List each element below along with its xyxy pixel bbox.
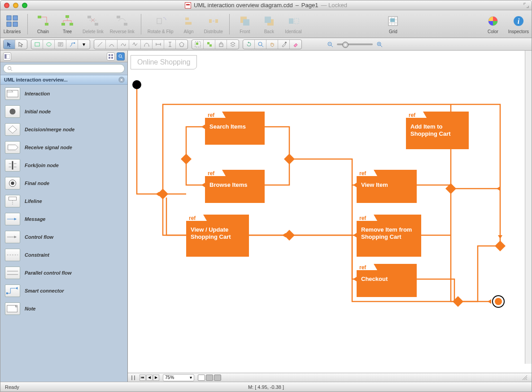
layers-tool[interactable] (227, 40, 239, 49)
shape-item[interactable]: Constraint (0, 246, 127, 264)
fullscreen-icon[interactable] (523, 3, 529, 8)
zoom-percent[interactable]: 75%▾ (163, 374, 194, 381)
close-library-icon[interactable]: × (118, 77, 125, 83)
merge-node[interactable] (495, 241, 506, 251)
shape-item[interactable]: Smart connector (0, 282, 127, 300)
shape-item[interactable]: Message (0, 210, 127, 228)
merge-node[interactable] (284, 154, 295, 164)
reverse-link-button[interactable]: Reverse link (110, 14, 135, 34)
eraser-tool[interactable] (290, 40, 301, 49)
page-tabs[interactable] (198, 375, 221, 381)
shape-item[interactable]: Parallel control flow (0, 264, 127, 282)
interaction-ref[interactable]: refAdd Item toShopping Cart (406, 112, 469, 149)
dimension-v-tool[interactable] (164, 40, 176, 49)
shape-item[interactable]: Fork/join node (0, 156, 127, 174)
connector-tool[interactable] (66, 40, 78, 49)
distribute-button[interactable]: Distribute (204, 14, 223, 34)
rotate-flip-button[interactable]: Rotate & Flip (148, 14, 174, 34)
toolbar-label: Libraries (4, 29, 21, 34)
shape-item[interactable]: Decision/merge node (0, 121, 127, 138)
zoom-out-icon[interactable] (327, 41, 333, 47)
vertical-scrollbar[interactable] (525, 51, 532, 364)
polyline-tool[interactable] (129, 40, 141, 49)
ellipse-tool[interactable] (43, 40, 55, 49)
zoom-in-icon[interactable] (376, 41, 383, 47)
interaction-ref[interactable]: refView / UpdateShopping Cart (186, 215, 249, 257)
library-group-header[interactable]: UML interaction overview... × (0, 75, 127, 85)
panel-toggle-icon[interactable] (3, 52, 11, 60)
tree-button[interactable]: Tree (58, 14, 76, 34)
prev-page-button[interactable]: ◀ (146, 375, 153, 381)
svg-rect-44 (109, 54, 110, 56)
grid-button[interactable]: Grid (384, 14, 402, 34)
first-page-button[interactable]: ⏮ (140, 375, 146, 381)
zoom-button[interactable] (22, 3, 27, 8)
interaction-ref[interactable]: refView Item (357, 170, 417, 203)
shape-item[interactable]: Final node (0, 174, 127, 192)
shape-item[interactable]: Lifeline (0, 192, 127, 210)
bezier-tool[interactable] (141, 40, 153, 49)
minimize-button[interactable] (13, 3, 18, 8)
svg-rect-10 (95, 23, 98, 26)
shape-item[interactable]: Receive signal node (0, 138, 127, 156)
zoom-track[interactable] (337, 43, 373, 45)
svg-text:Shopping Cart: Shopping Cart (191, 233, 231, 240)
shape-item[interactable]: Initial node (0, 103, 127, 121)
zoom-slider[interactable] (327, 41, 383, 47)
zoom-tool[interactable] (255, 40, 266, 49)
shape-label: Interaction (25, 91, 50, 96)
shape-thumb-icon (5, 213, 20, 225)
initial-node[interactable] (132, 80, 141, 89)
interaction-ref[interactable]: refSearch Items (205, 112, 265, 145)
search-input[interactable] (15, 66, 121, 71)
page-tab-1[interactable] (198, 375, 205, 381)
interaction-ref[interactable]: refBrowse Items (205, 170, 265, 203)
refresh-tool[interactable] (243, 40, 255, 49)
hand-tool[interactable] (266, 40, 278, 49)
close-button[interactable] (4, 3, 9, 8)
polygon-tool[interactable] (176, 40, 188, 49)
group-tool[interactable] (192, 40, 204, 49)
shape-item[interactable]: Control flow (0, 228, 127, 246)
interaction-ref[interactable]: refRemove Item fromShopping Cart (357, 215, 421, 257)
diagram-canvas[interactable]: Online Shopping (128, 51, 532, 373)
svg-rect-9 (87, 16, 91, 18)
front-button[interactable]: Front (236, 14, 254, 34)
rect-tool[interactable] (31, 40, 43, 49)
line-tool[interactable] (94, 40, 106, 49)
lock-tool[interactable] (215, 40, 227, 49)
library-search[interactable] (3, 64, 125, 73)
identical-button[interactable]: Identical (284, 14, 302, 34)
spline-tool[interactable] (118, 40, 129, 49)
ungroup-tool[interactable] (204, 40, 215, 49)
back-button[interactable]: Back (260, 14, 278, 34)
next-page-button[interactable]: ▶ (153, 375, 159, 381)
arc-tool[interactable] (106, 40, 118, 49)
shape-item[interactable]: Note (0, 300, 127, 318)
page-tab-add[interactable] (206, 375, 213, 381)
color-button[interactable]: Color (484, 14, 502, 34)
libraries-button[interactable]: Libraries (3, 14, 21, 34)
interaction-ref[interactable]: refCheckout (357, 264, 417, 297)
chain-button[interactable]: Chain (34, 14, 52, 34)
page-tab-add2[interactable] (214, 375, 221, 381)
search-view-icon[interactable] (117, 52, 125, 60)
dimension-h-tool[interactable] (153, 40, 164, 49)
delete-link-button[interactable]: Delete link (83, 14, 104, 34)
shape-item[interactable]: Interaction (0, 85, 127, 103)
svg-text:i: i (518, 17, 520, 25)
inspectors-button[interactable]: i Inspectors (508, 14, 529, 34)
select-alt-tool[interactable] (15, 40, 27, 49)
text-tool[interactable] (55, 40, 66, 49)
merge-node[interactable] (284, 230, 295, 241)
pause-icon[interactable]: || (131, 375, 136, 380)
decision-node[interactable] (181, 154, 192, 164)
resize-grip-icon[interactable] (521, 374, 529, 382)
select-tool[interactable] (4, 40, 15, 49)
svg-rect-15 (185, 22, 192, 25)
align-button[interactable]: Align (180, 14, 198, 34)
grid-view-icon[interactable] (107, 52, 115, 60)
final-node[interactable] (493, 296, 504, 307)
connector-dropdown[interactable]: ▾ (78, 40, 90, 49)
eyedropper-tool[interactable] (278, 40, 290, 49)
